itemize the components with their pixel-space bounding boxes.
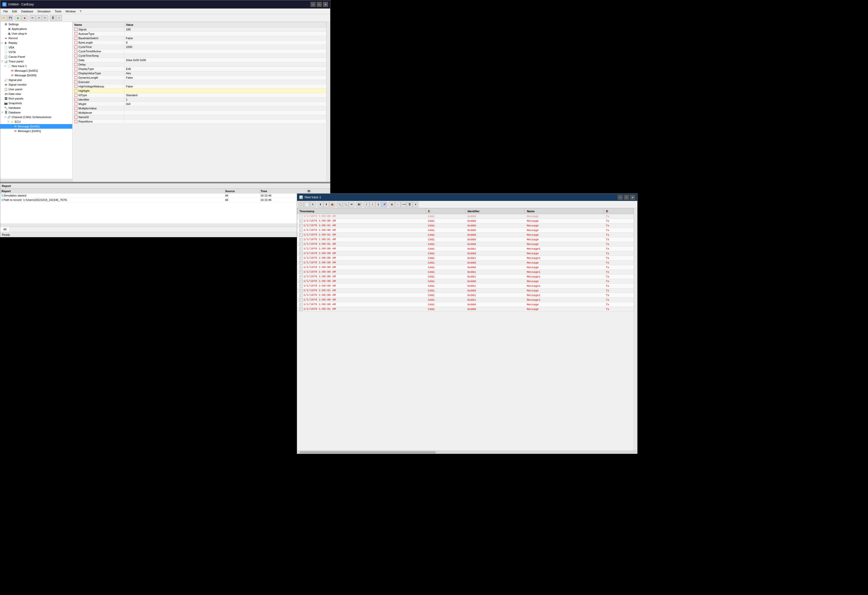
prop-icon — [74, 72, 77, 75]
tree-item-replay[interactable]: ▷ Replay — [0, 40, 72, 45]
tree-item-settings[interactable]: Settings — [0, 22, 72, 27]
trace-scrollbar[interactable] — [634, 208, 637, 451]
expand-row-btn[interactable]: + — [300, 284, 303, 287]
expand-row-btn[interactable]: + — [300, 289, 303, 292]
menu-window[interactable]: Window — [63, 9, 78, 13]
tree-item-signal-monitor[interactable]: 42 Signal monitor — [0, 82, 72, 87]
expand-row-btn[interactable]: + — [300, 224, 303, 227]
tree-item-new-trace[interactable]: ▽ 📄 New trace 1 — [0, 64, 72, 68]
minimize-button[interactable]: ─ — [310, 2, 316, 7]
expand-row-btn[interactable]: + — [300, 303, 303, 306]
menu-tools[interactable]: Tools — [53, 9, 63, 13]
tree-item-plugin[interactable]: 🔌 User plug-in — [0, 31, 72, 36]
tree-item-user-panel[interactable]: 📋 User panel — [0, 87, 72, 91]
expand-row-btn[interactable]: + — [300, 215, 303, 218]
trace-close-button[interactable]: ✕ — [630, 195, 635, 200]
tree-item-database[interactable]: ▽ 🗄 Database — [0, 110, 72, 115]
maximize-button[interactable]: □ — [317, 2, 322, 7]
prop-name-cell: MsgId — [73, 102, 124, 106]
menu-simulation[interactable]: Simulation — [35, 9, 53, 13]
tree-item-rich-panels[interactable]: 🖼 Rich panels — [0, 96, 72, 101]
props-scrollbar[interactable] — [326, 22, 330, 182]
trace-tb-btn7[interactable]: 🔍 — [337, 202, 342, 208]
tree-item-message0[interactable]: ✉ Message [0x000] — [0, 73, 72, 78]
refresh-button[interactable]: ↻ — [42, 15, 48, 21]
expand-row-btn[interactable]: + — [300, 229, 303, 232]
expand-row-btn[interactable]: + — [300, 261, 303, 264]
expand-row-btn[interactable]: + — [300, 238, 303, 241]
trace-tb-btn17[interactable]: 🗄 — [407, 202, 412, 208]
expand-row-btn[interactable]: + — [300, 256, 303, 260]
trace-tb-btn6[interactable]: 📤 — [329, 202, 335, 208]
expand-row-btn[interactable]: + — [300, 252, 303, 255]
tree-item-msg-selected[interactable]: ✉ Message [0x000] — [0, 124, 72, 129]
stop-button[interactable]: ■ — [22, 15, 27, 21]
tree-area[interactable]: Settings 🖥 Applications 🔌 User plug-in — [0, 22, 72, 179]
info-button[interactable]: ℹ — [56, 15, 62, 21]
trace-tb-btn9[interactable]: ✉ — [349, 202, 354, 208]
trace-tb-btn11[interactable]: ⟩ — [370, 202, 375, 208]
tab-all[interactable]: All — [0, 227, 10, 232]
trace-tb-btn4[interactable]: ⬇ — [317, 202, 323, 208]
tree-item-ecu[interactable]: ▽ ⚡ ECU — [0, 119, 72, 124]
tree-item-vba[interactable]: 📄 VBA — [0, 45, 72, 50]
trace-tb-btn13[interactable]: 📌 — [381, 202, 387, 208]
close-button[interactable]: ✕ — [323, 2, 328, 7]
trace-tb-btn8[interactable]: 🔍 — [343, 202, 348, 208]
trace-ts: +1/1/1970 1:00:00 AM — [297, 302, 426, 307]
trace-tb-dropdown[interactable]: ▾ — [413, 202, 418, 208]
expand-row-btn[interactable]: + — [300, 280, 303, 283]
trace-bottom-scroll[interactable] — [297, 451, 637, 454]
trace-tb-btn5[interactable]: ⬆ — [323, 202, 329, 208]
menu-edit[interactable]: Edit — [10, 9, 19, 13]
expand-row-btn[interactable]: + — [300, 275, 303, 278]
menu-help[interactable]: ? — [78, 9, 83, 13]
expand-row-btn[interactable]: + — [300, 266, 303, 269]
tree-hscroll[interactable] — [0, 179, 72, 182]
tree-item-vsta[interactable]: 📄 VSTA — [0, 50, 72, 54]
trace-maximize-button[interactable]: □ — [624, 195, 629, 200]
menu-database[interactable]: Database — [19, 9, 35, 13]
trace-tb-delta[interactable]: Δt — [356, 202, 362, 208]
trace-tb-btn12[interactable]: ⟪ — [375, 202, 381, 208]
play-button[interactable]: ▶ — [15, 15, 21, 21]
tree-item-message1[interactable]: ✉ Message1 [0x001] — [0, 68, 72, 73]
expand-row-btn[interactable]: + — [300, 233, 303, 237]
tree-item-applications[interactable]: 🖥 Applications — [0, 27, 72, 31]
expand-row-btn[interactable]: + — [300, 294, 303, 297]
tree-item-hardware[interactable]: 🔧 Hardware — [0, 106, 72, 110]
tree-item-trace-panel[interactable]: ▽ 📊 Trace panel — [0, 59, 72, 64]
tree-item-msg1-db[interactable]: ✉ Message1 [0x001] — [0, 129, 72, 133]
expand-row-btn[interactable]: + — [300, 308, 303, 311]
save-button[interactable]: 💾 — [7, 15, 13, 21]
export-button[interactable]: ↗ — [36, 15, 41, 21]
trace-tb-btn14[interactable]: ⊞ — [389, 202, 395, 208]
menu-file[interactable]: File — [1, 9, 10, 13]
trace-tb-btn3[interactable]: ↻ — [310, 202, 316, 208]
expand-row-btn[interactable]: + — [300, 219, 303, 222]
trace-tb-btn1[interactable]: 📋 — [298, 202, 304, 208]
prop-icon — [74, 59, 77, 62]
trace-table-wrap[interactable]: Timestamp C Identifier Name D +1/1/1970 … — [297, 208, 637, 451]
tree-item-snapshots[interactable]: 📷 Snapshots — [0, 101, 72, 106]
expand-row-btn[interactable]: + — [300, 271, 303, 274]
log-hscroll[interactable] — [0, 224, 330, 227]
props-table-wrap[interactable]: Name Value Signal186AutosarTypeBaudrateS… — [72, 22, 330, 182]
expand-row-btn[interactable]: + — [300, 298, 303, 302]
tree-item-signal-plot[interactable]: 📈 Signal plot — [0, 78, 72, 82]
tree-item-data-view[interactable]: 🗃 Data view — [0, 91, 72, 96]
log-col-id: ID — [306, 189, 330, 193]
trace-tb-btn10[interactable]: ⟨ — [364, 202, 369, 208]
expand-row-btn[interactable]: + — [300, 243, 303, 246]
trace-tb-btn15[interactable]: → — [395, 202, 401, 208]
edit-button[interactable]: ✏ — [30, 15, 35, 21]
tree-item-canoe[interactable]: 📋 Canoe-Panel — [0, 54, 72, 59]
trace-tb-btn16[interactable]: ⟶ — [401, 202, 406, 208]
tree-item-record[interactable]: Record — [0, 36, 72, 40]
trace-minimize-button[interactable]: ─ — [618, 195, 623, 200]
db-button[interactable]: 🗄 — [50, 15, 56, 21]
expand-row-btn[interactable]: + — [300, 247, 303, 250]
tree-item-channel[interactable]: ▽ 🔗 Channel (CAN1 Schleissheimer — [0, 115, 72, 119]
trace-tb-btn2[interactable]: 📄 — [304, 202, 310, 208]
open-button[interactable]: 📂 — [1, 15, 7, 21]
